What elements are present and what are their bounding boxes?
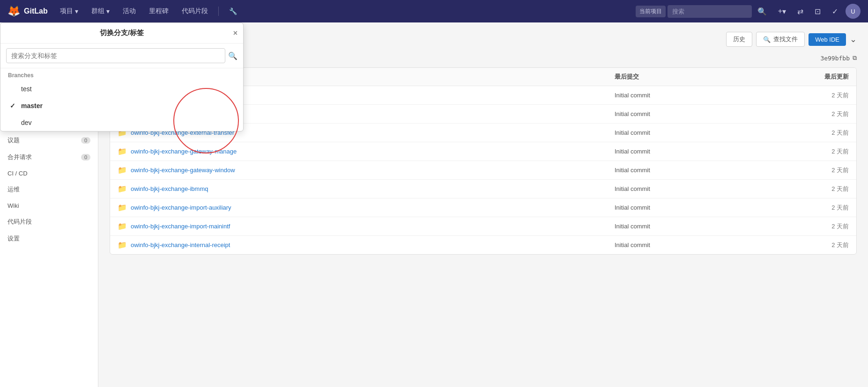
nav-groups[interactable]: 群组 ▾ — [87, 3, 114, 19]
search-input[interactable] — [668, 5, 752, 18]
sidebar-item-operations[interactable]: 运维 — [0, 181, 98, 198]
web-ide-button[interactable]: Web IDE — [809, 33, 846, 46]
file-name-text: owinfo-bjkj-exchange-import-mainintf — [131, 223, 230, 230]
commit-hash-value: 3e99bfbb — [820, 55, 850, 62]
clock-icon-btn[interactable]: ⇄ — [794, 3, 807, 20]
commit-message: Initial commit — [615, 129, 755, 136]
nav-groups-chevron: ▾ — [106, 7, 110, 15]
folder-icon: 📁 — [118, 166, 127, 175]
file-name[interactable]: 📁 owinfo-bjkj-exchange-ibmmq — [118, 184, 615, 193]
nav-projects-label: 项目 — [60, 7, 73, 15]
file-name[interactable]: 📁 owinfo-bjkj-exchange-import-auxiliary — [118, 203, 615, 212]
commit-hash: 3e99bfbb ⧉ — [820, 54, 857, 62]
folder-icon: 📁 — [118, 203, 127, 212]
sidebar-item-label: 代码片段 — [7, 218, 32, 226]
plus-button[interactable]: +▾ — [774, 3, 790, 20]
file-name-text: owinfo-bjkj-exchange-gateway-window — [131, 167, 235, 174]
time-ago: 2 天前 — [755, 110, 849, 118]
file-name[interactable]: 📁 owinfo-bjkj-exchange-import-mainintf — [118, 222, 615, 231]
search-button[interactable]: 🔍 — [754, 3, 771, 20]
branch-search-input[interactable] — [6, 48, 225, 63]
col-commit-header: 最后提交 — [615, 73, 755, 81]
commit-message: Initial commit — [615, 167, 755, 174]
sidebar-item-settings[interactable]: 设置 — [0, 230, 98, 247]
folder-icon: 📁 — [118, 222, 127, 231]
navbar: 🦊 GitLab 项目 ▾ 群组 ▾ 活动 里程碑 代码片段 🔧 当前项目 🔍 … — [0, 0, 868, 22]
branch-item-name: master — [21, 102, 43, 110]
time-ago: 2 天前 — [755, 91, 849, 100]
file-name-text: owinfo-bjkj-exchange-import-auxiliary — [131, 204, 231, 211]
branch-list-item[interactable]: dev — [0, 114, 243, 131]
nav-groups-label: 群组 — [91, 7, 104, 15]
sidebar-item-cicd[interactable]: CI / CD — [0, 166, 98, 181]
sidebar-item-label: 合并请求 — [7, 153, 32, 161]
file-name[interactable]: 📁 owinfo-bjkj-exchange-gateway-manage — [118, 147, 615, 156]
repo-header-actions: 历史 🔍 查找文件 Web IDE ⌄ — [726, 32, 857, 47]
commit-message: Initial commit — [615, 92, 755, 99]
table-row: 📁 owinfo-bjkj-exchange-import-mainintf I… — [110, 217, 856, 236]
folder-icon: 📁 — [118, 147, 127, 156]
sidebar-item-label: 运维 — [7, 185, 20, 194]
brand-name: GitLab — [24, 7, 48, 15]
branch-item-name: dev — [21, 119, 32, 126]
nav-milestones-label: 里程碑 — [149, 7, 169, 15]
branch-dropdown-close[interactable]: × — [233, 29, 237, 37]
merge-request-icon-btn[interactable]: ⊡ — [811, 3, 824, 20]
table-row: 📁 owinfo-bjkj-exchange-gateway-manage In… — [110, 142, 856, 161]
sidebar-item-label: 议题 — [7, 136, 20, 145]
folder-icon: 📁 — [118, 241, 127, 249]
branch-dropdown-header: 切换分支/标签 × — [0, 23, 243, 44]
issues-badge: 0 — [81, 137, 90, 144]
file-name[interactable]: 📁 owinfo-bjkj-exchange-internal-receipt — [118, 241, 615, 249]
sidebar-item-snippets[interactable]: 代码片段 — [0, 213, 98, 230]
sidebar-item-wiki[interactable]: Wiki — [0, 198, 98, 213]
wrench-icon: 🔧 — [229, 7, 237, 15]
branch-section-label: Branches — [0, 68, 243, 80]
commit-message: Initial commit — [615, 204, 755, 211]
history-button[interactable]: 历史 — [726, 32, 752, 47]
branch-dropdown: 切换分支/标签 × 🔍 Branches test ✓ master dev — [0, 22, 244, 131]
file-name-text: owinfo-bjkj-exchange-internal-receipt — [131, 241, 230, 248]
sidebar-item-issues[interactable]: 议题 0 — [0, 132, 98, 149]
more-options-icon[interactable]: ⌄ — [850, 34, 857, 44]
table-row: 📁 owinfo-bjkj-exchange-internal-receipt … — [110, 236, 856, 254]
commit-message: Initial commit — [615, 223, 755, 230]
issues-icon-btn[interactable]: ✓ — [828, 3, 842, 20]
nav-milestones[interactable]: 里程碑 — [144, 3, 173, 19]
sidebar-item-label: Wiki — [7, 202, 19, 209]
search-scope-tag: 当前项目 — [636, 6, 666, 17]
nav-activity[interactable]: 活动 — [118, 3, 141, 19]
plus-icon: + — [778, 7, 782, 15]
time-ago: 2 天前 — [755, 185, 849, 193]
copy-icon[interactable]: ⧉ — [853, 54, 857, 62]
brand[interactable]: 🦊 GitLab — [7, 5, 48, 17]
search-area: 当前项目 🔍 — [636, 3, 771, 20]
commit-message: Initial commit — [615, 241, 755, 248]
branch-search-area: 🔍 — [0, 44, 243, 68]
branch-list-item[interactable]: test — [0, 80, 243, 97]
file-name[interactable]: 📁 owinfo-bjkj-exchange-gateway-window — [118, 166, 615, 175]
find-file-button[interactable]: 🔍 查找文件 — [756, 32, 805, 47]
time-ago: 2 天前 — [755, 204, 849, 212]
nav-wrench[interactable]: 🔧 — [224, 4, 242, 19]
user-avatar[interactable]: U — [846, 4, 861, 19]
nav-projects[interactable]: 项目 ▾ — [55, 3, 83, 19]
sidebar-item-label: 设置 — [7, 234, 20, 243]
commit-message: Initial commit — [615, 148, 755, 155]
time-ago: 2 天前 — [755, 147, 849, 156]
gitlab-logo-icon: 🦊 — [7, 5, 20, 17]
main-layout: O owinfo-bjkj 项目 详情 活动 周期分析 仓库 — [0, 22, 868, 387]
branch-search-icon[interactable]: 🔍 — [228, 51, 237, 60]
commit-message: Initial commit — [615, 110, 755, 117]
col-time-header: 最后更新 — [755, 73, 849, 81]
nav-snippets[interactable]: 代码片段 — [177, 3, 213, 19]
nav-activity-label: 活动 — [123, 7, 136, 15]
sidebar-item-merge-requests[interactable]: 合并请求 0 — [0, 149, 98, 166]
branch-dropdown-title: 切换分支/标签 — [100, 29, 144, 37]
branch-list-item[interactable]: ✓ master — [0, 97, 243, 114]
commit-message: Initial commit — [615, 185, 755, 192]
nav-projects-chevron: ▾ — [75, 7, 78, 15]
time-ago: 2 天前 — [755, 129, 849, 137]
time-ago: 2 天前 — [755, 166, 849, 175]
sidebar-item-label: CI / CD — [7, 170, 28, 177]
